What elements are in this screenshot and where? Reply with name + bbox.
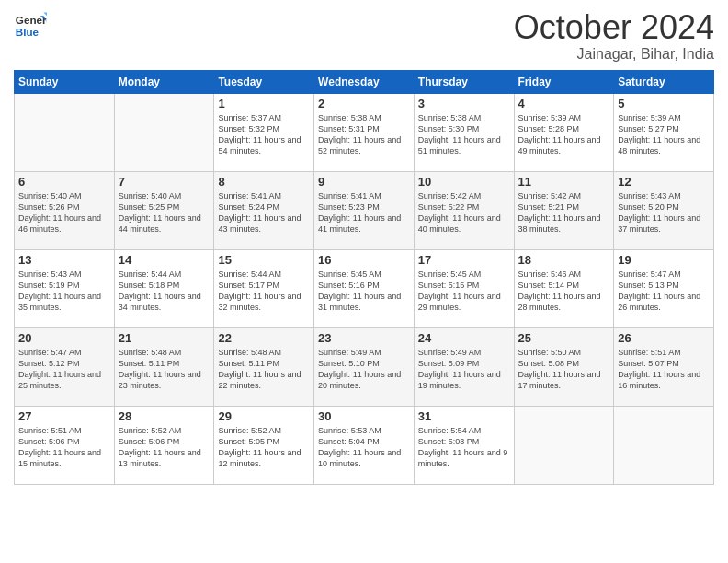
day-number: 12 (618, 175, 710, 189)
day-number: 24 (418, 331, 510, 345)
calendar-week-1: 1Sunrise: 5:37 AMSunset: 5:32 PMDaylight… (15, 93, 714, 171)
calendar-cell: 13Sunrise: 5:43 AMSunset: 5:19 PMDayligh… (15, 249, 115, 327)
col-sunday: Sunday (15, 70, 115, 93)
calendar-cell (114, 93, 214, 171)
cell-content: Sunrise: 5:50 AMSunset: 5:08 PMDaylight:… (518, 347, 610, 392)
day-number: 31 (418, 409, 510, 423)
day-number: 17 (418, 253, 510, 267)
calendar-cell: 30Sunrise: 5:53 AMSunset: 5:04 PMDayligh… (314, 406, 415, 484)
cell-content: Sunrise: 5:44 AMSunset: 5:17 PMDaylight:… (218, 269, 310, 314)
title-block: October 2024 Jainagar, Bihar, India (514, 9, 714, 63)
calendar-cell: 21Sunrise: 5:48 AMSunset: 5:11 PMDayligh… (114, 327, 214, 406)
cell-content: Sunrise: 5:43 AMSunset: 5:20 PMDaylight:… (618, 190, 710, 236)
cell-content: Sunrise: 5:48 AMSunset: 5:11 PMDaylight:… (119, 347, 210, 392)
cell-content: Sunrise: 5:40 AMSunset: 5:26 PMDaylight:… (18, 190, 110, 236)
calendar-week-5: 27Sunrise: 5:51 AMSunset: 5:06 PMDayligh… (15, 406, 714, 484)
calendar-cell: 19Sunrise: 5:47 AMSunset: 5:13 PMDayligh… (614, 249, 714, 327)
day-number: 29 (218, 409, 310, 423)
day-number: 14 (119, 253, 210, 267)
cell-content: Sunrise: 5:42 AMSunset: 5:21 PMDaylight:… (518, 190, 610, 236)
header: General Blue October 2024 Jainagar, Biha… (14, 9, 714, 63)
day-number: 23 (318, 331, 410, 345)
cell-content: Sunrise: 5:40 AMSunset: 5:25 PMDaylight:… (119, 190, 210, 236)
col-tuesday: Tuesday (214, 70, 314, 93)
calendar-week-2: 6Sunrise: 5:40 AMSunset: 5:26 PMDaylight… (15, 171, 714, 249)
cell-content: Sunrise: 5:41 AMSunset: 5:23 PMDaylight:… (318, 190, 410, 236)
col-wednesday: Wednesday (314, 70, 415, 93)
cell-content: Sunrise: 5:37 AMSunset: 5:32 PMDaylight:… (218, 112, 310, 157)
calendar-week-4: 20Sunrise: 5:47 AMSunset: 5:12 PMDayligh… (15, 327, 714, 406)
calendar-cell: 10Sunrise: 5:42 AMSunset: 5:22 PMDayligh… (414, 171, 514, 249)
calendar-cell: 29Sunrise: 5:52 AMSunset: 5:05 PMDayligh… (214, 406, 314, 484)
day-number: 3 (418, 97, 510, 110)
calendar-cell: 18Sunrise: 5:46 AMSunset: 5:14 PMDayligh… (514, 249, 614, 327)
calendar-cell: 5Sunrise: 5:39 AMSunset: 5:27 PMDaylight… (614, 93, 714, 171)
page: General Blue October 2024 Jainagar, Biha… (0, 0, 728, 563)
day-number: 2 (318, 97, 410, 110)
day-number: 9 (318, 175, 410, 189)
calendar-cell: 7Sunrise: 5:40 AMSunset: 5:25 PMDaylight… (114, 171, 214, 249)
calendar-cell: 22Sunrise: 5:48 AMSunset: 5:11 PMDayligh… (214, 327, 314, 406)
day-number: 11 (518, 175, 610, 189)
calendar-cell: 4Sunrise: 5:39 AMSunset: 5:28 PMDaylight… (514, 93, 614, 171)
logo: General Blue (14, 9, 47, 42)
cell-content: Sunrise: 5:51 AMSunset: 5:07 PMDaylight:… (618, 347, 710, 392)
day-number: 16 (318, 253, 410, 267)
calendar-cell (614, 406, 714, 484)
calendar-cell: 1Sunrise: 5:37 AMSunset: 5:32 PMDaylight… (214, 93, 314, 171)
day-number: 20 (18, 331, 110, 345)
calendar-cell: 9Sunrise: 5:41 AMSunset: 5:23 PMDaylight… (314, 171, 415, 249)
cell-content: Sunrise: 5:53 AMSunset: 5:04 PMDaylight:… (318, 425, 410, 470)
cell-content: Sunrise: 5:38 AMSunset: 5:30 PMDaylight:… (418, 112, 510, 157)
day-number: 6 (18, 175, 110, 189)
header-row: Sunday Monday Tuesday Wednesday Thursday… (15, 70, 714, 93)
calendar-cell: 16Sunrise: 5:45 AMSunset: 5:16 PMDayligh… (314, 249, 415, 327)
calendar-table: Sunday Monday Tuesday Wednesday Thursday… (14, 70, 714, 485)
calendar-cell: 3Sunrise: 5:38 AMSunset: 5:30 PMDaylight… (414, 93, 514, 171)
cell-content: Sunrise: 5:49 AMSunset: 5:09 PMDaylight:… (418, 347, 510, 392)
cell-content: Sunrise: 5:39 AMSunset: 5:28 PMDaylight:… (518, 112, 610, 157)
calendar-cell: 23Sunrise: 5:49 AMSunset: 5:10 PMDayligh… (314, 327, 415, 406)
cell-content: Sunrise: 5:48 AMSunset: 5:11 PMDaylight:… (218, 347, 310, 392)
day-number: 30 (318, 409, 410, 423)
day-number: 5 (618, 97, 710, 110)
cell-content: Sunrise: 5:39 AMSunset: 5:27 PMDaylight:… (618, 112, 710, 157)
col-thursday: Thursday (414, 70, 514, 93)
cell-content: Sunrise: 5:45 AMSunset: 5:16 PMDaylight:… (318, 269, 410, 314)
day-number: 25 (518, 331, 610, 345)
cell-content: Sunrise: 5:52 AMSunset: 5:06 PMDaylight:… (119, 425, 210, 470)
day-number: 1 (218, 97, 310, 110)
cell-content: Sunrise: 5:49 AMSunset: 5:10 PMDaylight:… (318, 347, 410, 392)
calendar-cell: 11Sunrise: 5:42 AMSunset: 5:21 PMDayligh… (514, 171, 614, 249)
col-monday: Monday (114, 70, 214, 93)
day-number: 28 (119, 409, 210, 423)
day-number: 22 (218, 331, 310, 345)
day-number: 26 (618, 331, 710, 345)
day-number: 7 (119, 175, 210, 189)
day-number: 8 (218, 175, 310, 189)
day-number: 15 (218, 253, 310, 267)
day-number: 4 (518, 97, 610, 110)
calendar-week-3: 13Sunrise: 5:43 AMSunset: 5:19 PMDayligh… (15, 249, 714, 327)
col-friday: Friday (514, 70, 614, 93)
cell-content: Sunrise: 5:47 AMSunset: 5:12 PMDaylight:… (18, 347, 110, 392)
day-number: 21 (119, 331, 210, 345)
cell-content: Sunrise: 5:44 AMSunset: 5:18 PMDaylight:… (119, 269, 210, 314)
cell-content: Sunrise: 5:42 AMSunset: 5:22 PMDaylight:… (418, 190, 510, 236)
calendar-cell: 26Sunrise: 5:51 AMSunset: 5:07 PMDayligh… (614, 327, 714, 406)
calendar-cell: 28Sunrise: 5:52 AMSunset: 5:06 PMDayligh… (114, 406, 214, 484)
calendar-cell (15, 93, 115, 171)
cell-content: Sunrise: 5:41 AMSunset: 5:24 PMDaylight:… (218, 190, 310, 236)
calendar-cell: 17Sunrise: 5:45 AMSunset: 5:15 PMDayligh… (414, 249, 514, 327)
day-number: 10 (418, 175, 510, 189)
cell-content: Sunrise: 5:54 AMSunset: 5:03 PMDaylight:… (418, 425, 510, 470)
month-title: October 2024 (514, 9, 714, 46)
calendar-cell: 25Sunrise: 5:50 AMSunset: 5:08 PMDayligh… (514, 327, 614, 406)
cell-content: Sunrise: 5:45 AMSunset: 5:15 PMDaylight:… (418, 269, 510, 314)
cell-content: Sunrise: 5:52 AMSunset: 5:05 PMDaylight:… (218, 425, 310, 470)
calendar-cell: 14Sunrise: 5:44 AMSunset: 5:18 PMDayligh… (114, 249, 214, 327)
col-saturday: Saturday (614, 70, 714, 93)
cell-content: Sunrise: 5:47 AMSunset: 5:13 PMDaylight:… (618, 269, 710, 314)
calendar-cell: 20Sunrise: 5:47 AMSunset: 5:12 PMDayligh… (15, 327, 115, 406)
day-number: 18 (518, 253, 610, 267)
